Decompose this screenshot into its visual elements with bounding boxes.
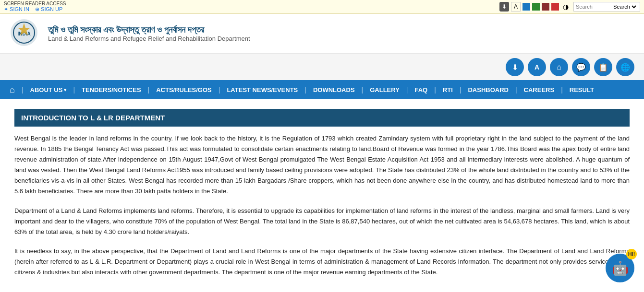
nav-home-icon[interactable]: ⌂: [5, 81, 20, 99]
intro-paragraph-2: Department of a Land & Land Reforms impl…: [14, 206, 630, 237]
search-box[interactable]: Search: [573, 2, 640, 12]
font-a-icon[interactable]: A: [511, 2, 521, 12]
search-input[interactable]: [576, 4, 609, 10]
nav-item-about-us[interactable]: ABOUT US ▾: [25, 82, 72, 97]
top-bar-right: ⬇ A ◑ Search: [499, 2, 640, 12]
sign-up-link[interactable]: ⊕ SIGN UP: [35, 6, 62, 12]
sign-links: ✦ SIGN IN ⊕ SIGN UP: [4, 6, 66, 12]
globe-action-icon[interactable]: 🌐: [616, 58, 634, 76]
nav-item-news[interactable]: LATEST NEWS/EVENTS: [222, 82, 303, 97]
header-text: তুমি ও তুমি সংস্কার এবং উদ্বাস্তু ত্রাণ …: [48, 25, 250, 42]
chat-action-icon[interactable]: 💬: [572, 58, 590, 76]
nav-sep-6: |: [404, 86, 410, 93]
nav-sep-0: |: [20, 86, 25, 93]
color-swatch-3[interactable]: [542, 3, 549, 11]
download-action-icon[interactable]: ⬇: [506, 58, 524, 76]
screen-reader-label: SCREEN READER ACCESS: [4, 1, 66, 6]
search-dropdown[interactable]: Search: [611, 3, 638, 10]
top-bar: SCREEN READER ACCESS ✦ SIGN IN ⊕ SIGN UP…: [0, 0, 644, 14]
nav-sep-1: |: [71, 86, 77, 93]
nav-sep-8: |: [458, 86, 463, 93]
sign-in-link[interactable]: ✦ SIGN IN: [4, 6, 29, 12]
header: INDIA তুমি ও তুমি সংস্কার এবং উদ্বাস্তু …: [0, 14, 644, 54]
contrast-icon[interactable]: ◑: [561, 2, 571, 12]
nav-sep-9: |: [513, 86, 519, 93]
intro-paragraph-1: West Bengal is the leader in land reform…: [14, 133, 630, 197]
nav-item-result[interactable]: RESULT: [565, 82, 599, 97]
nav-item-careers[interactable]: CAREERS: [519, 82, 559, 97]
nav-item-dashboard[interactable]: DASHBOARD: [463, 82, 513, 97]
nav-item-tenders[interactable]: TENDERS/NOTICES: [77, 82, 146, 97]
doc-action-icon[interactable]: 📋: [594, 58, 612, 76]
nav-bar: ⌂ | ABOUT US ▾ | TENDERS/NOTICES | ACTS/…: [0, 80, 644, 99]
nav-sep-2: |: [146, 86, 152, 93]
logo: INDIA: [5, 17, 43, 50]
font-action-icon[interactable]: A: [528, 58, 546, 76]
intro-paragraph-3: It is needless to say, in the above pers…: [14, 246, 630, 278]
emblem-svg: INDIA: [7, 18, 41, 49]
nav-sep-10: |: [559, 86, 565, 93]
header-english-title: Land & Land Reforms and Refugee Relief a…: [48, 35, 250, 42]
nav-sep-4: |: [303, 86, 308, 93]
header-bengali-title: তুমি ও তুমি সংস্কার এবং উদ্বাস্তু ত্রাণ …: [48, 25, 250, 35]
chatbot-widget[interactable]: 🤖 HI!: [601, 249, 634, 282]
nav-item-faq[interactable]: FAQ: [410, 82, 432, 97]
nav-sep-7: |: [432, 86, 438, 93]
section-title: INTRODUCTION TO L & LR DEPARTMENT: [14, 109, 630, 127]
nav-item-gallery[interactable]: GALLERY: [365, 82, 404, 97]
top-bar-left: SCREEN READER ACCESS ✦ SIGN IN ⊕ SIGN UP: [4, 1, 66, 12]
main-content: INTRODUCTION TO L & LR DEPARTMENT West B…: [0, 99, 644, 292]
top-accessibility-icons: ⬇ A ◑: [499, 2, 571, 12]
color-swatch-1[interactable]: [522, 3, 530, 11]
color-swatch-4[interactable]: [551, 3, 559, 11]
about-us-arrow: ▾: [64, 87, 66, 93]
nav-item-rti[interactable]: RTI: [438, 82, 458, 97]
home-action-icon[interactable]: ⌂: [550, 58, 568, 76]
nav-sep-5: |: [360, 86, 365, 93]
nav-sep-3: |: [217, 86, 222, 93]
action-icons-row: ⬇ A ⌂ 💬 📋 🌐: [0, 54, 644, 80]
download-top-icon[interactable]: ⬇: [499, 2, 509, 12]
nav-item-acts[interactable]: ACTS/RULES/GOS: [151, 82, 217, 97]
nav-item-downloads[interactable]: DOWNLOADS: [308, 82, 360, 97]
color-swatch-2[interactable]: [532, 3, 540, 11]
